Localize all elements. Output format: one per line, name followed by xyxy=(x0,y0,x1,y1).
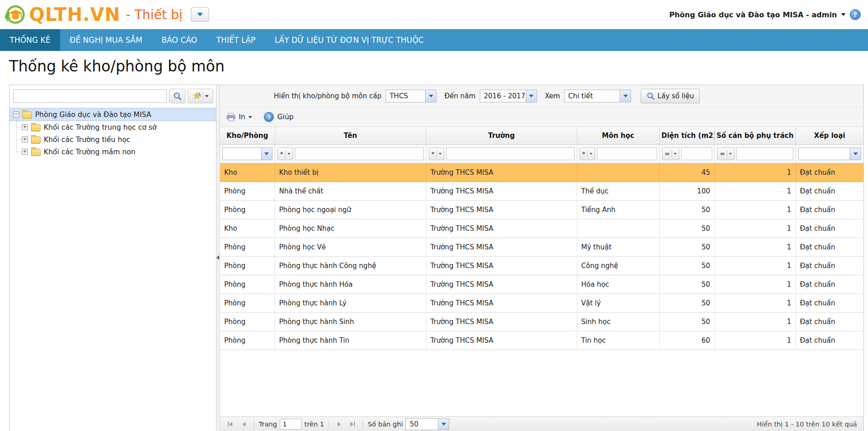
nav-item-3[interactable]: THIẾT LẬP xyxy=(207,29,265,51)
header-row: Kho/PhòngTênTrườngMôn họcDiện tích (m2)S… xyxy=(220,127,863,145)
page-number-input[interactable] xyxy=(280,419,302,430)
help-button[interactable]: ? Giúp xyxy=(264,112,293,122)
chevron-down-icon xyxy=(729,153,732,155)
tree-node-2[interactable]: +Khối các Trường mầm non xyxy=(10,146,216,158)
folder-icon xyxy=(31,149,41,156)
nav-item-1[interactable]: ĐỀ NGHỊ MUA SẮM xyxy=(60,29,152,51)
grid-panel: Hiển thị kho/phòng bộ môn cấp THCS Đến n… xyxy=(220,85,863,431)
column-filter-input[interactable] xyxy=(681,147,712,160)
tree-search-input[interactable] xyxy=(13,89,167,103)
table-row-9[interactable]: PhòngPhòng thực hành TinTrường THCS MISA… xyxy=(220,331,863,350)
expand-node-icon[interactable]: + xyxy=(22,137,28,142)
help-icon: ? xyxy=(264,112,274,122)
table-cell: Đạt chuẩn xyxy=(796,313,863,331)
folder-icon xyxy=(31,137,41,144)
table-cell: Phòng xyxy=(220,313,275,331)
tree-actions-button[interactable] xyxy=(188,89,213,103)
user-info[interactable]: Phòng Giáo dục và Đào tạo MISA - admin xyxy=(669,10,837,19)
table-cell: Phòng xyxy=(220,294,275,313)
print-button[interactable]: In xyxy=(226,113,252,122)
first-page-icon xyxy=(229,422,232,426)
column-filter-input[interactable] xyxy=(736,147,793,160)
table-row-2[interactable]: PhòngPhòng học ngoại ngữTrường THCS MISA… xyxy=(220,201,863,219)
chevron-down-icon[interactable] xyxy=(261,148,272,160)
table-cell: Trường THCS MISA xyxy=(426,331,577,350)
records-per-page-select[interactable]: 50 xyxy=(406,418,449,430)
filter-operator-button[interactable]: * xyxy=(277,147,293,160)
table-row-8[interactable]: PhòngPhòng thực hành SinhTrường THCS MIS… xyxy=(220,313,863,331)
table-row-6[interactable]: PhòngPhòng thực hành HóaTrường THCS MISA… xyxy=(220,275,863,294)
tree-node-label: Khối các Trường mầm non xyxy=(44,148,135,156)
nav-item-0[interactable]: THỐNG KÊ xyxy=(0,29,60,51)
filter-toolbar: Hiển thị kho/phòng bộ môn cấp THCS Đến n… xyxy=(220,85,863,107)
expand-node-icon[interactable]: + xyxy=(22,124,28,130)
collapse-panel-icon[interactable] xyxy=(216,255,219,260)
user-menu[interactable]: Phòng Giáo dục và Đào tạo MISA - admin ? xyxy=(669,9,861,20)
column-filter-select[interactable] xyxy=(222,147,272,160)
first-page-button[interactable] xyxy=(225,419,236,429)
column-filter-input[interactable] xyxy=(295,147,424,160)
table-row-7[interactable]: PhòngPhòng thực hành LýTrường THCS MISAV… xyxy=(220,294,863,313)
prev-page-button[interactable] xyxy=(238,419,249,429)
filter-cell-2: * xyxy=(426,145,577,163)
column-header-1[interactable]: Tên xyxy=(275,127,426,145)
table-row-4[interactable]: PhòngPhòng học VẽTrường THCS MISAMỹ thuậ… xyxy=(220,238,863,257)
chevron-down-icon xyxy=(197,13,203,16)
nav-item-2[interactable]: BÁO CÁO xyxy=(152,29,206,51)
column-header-0[interactable]: Kho/Phòng xyxy=(220,127,275,145)
chevron-down-icon[interactable] xyxy=(620,90,631,102)
table-cell: Phòng xyxy=(220,201,275,219)
filter-operator-button[interactable]: = xyxy=(717,147,735,160)
column-header-3[interactable]: Môn học xyxy=(577,127,659,145)
last-page-icon xyxy=(350,422,354,426)
help-icon[interactable]: ? xyxy=(850,9,861,20)
panel-splitter[interactable] xyxy=(216,85,220,431)
year-select[interactable]: 2016 - 2017 xyxy=(480,90,537,102)
filter-operator-button[interactable]: * xyxy=(429,147,444,160)
table-row-0[interactable]: KhoKho thiết bịTrường THCS MISA451Đạt ch… xyxy=(220,163,863,182)
table-row-1[interactable]: PhòngNhà thể chấtTrường THCS MISAThể dục… xyxy=(220,182,863,201)
tree-node-root[interactable]: − Phòng Giáo dục và Đào tạo MISA xyxy=(10,108,216,121)
expand-node-icon[interactable]: + xyxy=(22,149,28,155)
filter-operator-button[interactable]: = xyxy=(662,147,680,160)
table-row-5[interactable]: PhòngPhòng thực hành Công nghệTrường THC… xyxy=(220,257,863,275)
table-cell: Thể dục xyxy=(577,182,659,201)
fetch-data-button[interactable]: Lấy số liệu xyxy=(641,89,700,103)
column-filter-input[interactable] xyxy=(446,147,575,160)
table-cell: Kho xyxy=(220,219,275,238)
nav-item-4[interactable]: LẤY DỮ LIỆU TỪ ĐƠN VỊ TRỰC THUỘC xyxy=(265,29,433,51)
chevron-down-icon[interactable] xyxy=(425,90,436,102)
column-header-6[interactable]: Xếp loại xyxy=(796,127,863,145)
tree-node-0[interactable]: +Khối các Trường trung học cơ sở xyxy=(10,121,216,133)
table-cell: Phòng xyxy=(220,182,275,201)
tree-node-1[interactable]: +Khối các Trường tiểu học xyxy=(10,133,216,146)
filter-cell-1: * xyxy=(275,145,426,163)
filter-cell-4: = xyxy=(659,145,714,163)
column-filter-select[interactable] xyxy=(798,147,862,160)
level-select-value: THCS xyxy=(386,90,425,102)
column-filter-input[interactable] xyxy=(597,147,657,160)
table-cell: Tin học xyxy=(577,331,659,350)
collapse-node-icon[interactable]: − xyxy=(13,112,19,117)
chevron-down-icon[interactable] xyxy=(850,148,861,160)
column-header-2[interactable]: Trường xyxy=(426,127,577,145)
level-select[interactable]: THCS xyxy=(385,90,437,102)
view-select[interactable]: Chi tiết xyxy=(564,90,631,102)
tree-search-button[interactable] xyxy=(169,89,185,103)
column-header-4[interactable]: Diện tích (m2) xyxy=(659,127,714,145)
grid-body: ***==KhoKho thiết bịTrường THCS MISA451Đ… xyxy=(220,145,863,350)
chevron-down-icon[interactable] xyxy=(526,90,537,102)
module-dropdown-button[interactable] xyxy=(191,7,209,22)
column-header-5[interactable]: Số cán bộ phụ trách xyxy=(714,127,796,145)
filter-operator-button[interactable]: * xyxy=(580,147,595,160)
column-header-label: Kho/Phòng xyxy=(226,132,268,140)
last-page-button[interactable] xyxy=(347,419,358,429)
chevron-down-icon[interactable] xyxy=(438,419,449,430)
table-cell: Trường THCS MISA xyxy=(426,238,577,257)
filter-operator-label: * xyxy=(431,150,435,157)
table-cell: 1 xyxy=(714,313,796,331)
next-page-button[interactable] xyxy=(334,419,344,429)
table-row-3[interactable]: KhoPhòng học NhạcTrường THCS MISA501Đạt … xyxy=(220,219,863,238)
prev-page-icon xyxy=(242,422,246,426)
tree-node-label: Khối các Trường tiểu học xyxy=(44,136,130,144)
